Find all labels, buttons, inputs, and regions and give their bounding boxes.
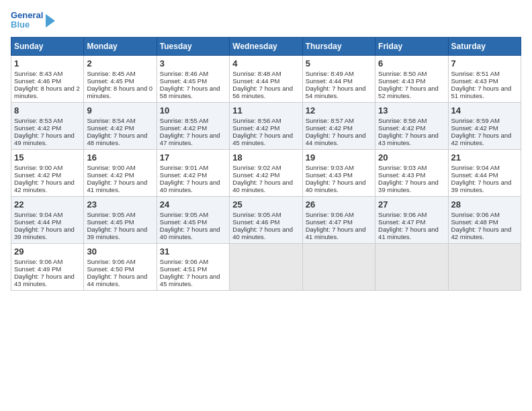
sunset-label: Sunset: 4:42 PM bbox=[14, 171, 61, 179]
sunset-label: Sunset: 4:42 PM bbox=[160, 171, 207, 179]
daylight-label: Daylight: 7 hours and 52 minutes. bbox=[378, 85, 439, 99]
calendar-table: SundayMondayTuesdayWednesdayThursdayFrid… bbox=[11, 37, 521, 291]
dow-header: Tuesday bbox=[157, 37, 229, 55]
sunrise-label: Sunrise: 8:46 AM bbox=[160, 70, 208, 77]
calendar-cell: 18Sunrise: 9:02 AMSunset: 4:42 PMDayligh… bbox=[230, 149, 302, 196]
sunrise-label: Sunrise: 9:01 AM bbox=[160, 164, 208, 171]
daylight-label: Daylight: 8 hours and 0 minutes. bbox=[87, 85, 152, 99]
daylight-label: Daylight: 7 hours and 48 minutes. bbox=[87, 132, 147, 146]
day-number: 2 bbox=[87, 58, 153, 68]
calendar-cell: 26Sunrise: 9:06 AMSunset: 4:47 PMDayligh… bbox=[302, 196, 375, 243]
calendar-cell: 16Sunrise: 9:00 AMSunset: 4:42 PMDayligh… bbox=[84, 149, 157, 196]
daylight-label: Daylight: 7 hours and 58 minutes. bbox=[160, 85, 220, 99]
day-number: 9 bbox=[87, 105, 153, 116]
daylight-label: Daylight: 7 hours and 49 minutes. bbox=[14, 132, 75, 146]
logo-general: General bbox=[11, 11, 43, 20]
calendar-cell: 7Sunrise: 8:51 AMSunset: 4:43 PMDaylight… bbox=[448, 55, 521, 102]
daylight-label: Daylight: 8 hours and 2 minutes. bbox=[14, 85, 80, 99]
calendar-cell: 6Sunrise: 8:50 AMSunset: 4:43 PMDaylight… bbox=[375, 55, 448, 102]
day-number: 1 bbox=[14, 58, 81, 68]
sunset-label: Sunset: 4:46 PM bbox=[14, 77, 61, 85]
calendar-cell: 20Sunrise: 9:03 AMSunset: 4:43 PMDayligh… bbox=[375, 149, 448, 196]
sunrise-label: Sunrise: 9:06 AM bbox=[306, 211, 354, 218]
day-number: 30 bbox=[87, 246, 153, 257]
sunrise-label: Sunrise: 8:45 AM bbox=[87, 70, 135, 77]
sunrise-label: Sunrise: 8:56 AM bbox=[232, 117, 281, 124]
daylight-label: Daylight: 7 hours and 40 minutes. bbox=[306, 179, 366, 193]
daylight-label: Daylight: 7 hours and 44 minutes. bbox=[306, 132, 366, 146]
calendar-cell: 9Sunrise: 8:54 AMSunset: 4:42 PMDaylight… bbox=[84, 102, 157, 149]
sunset-label: Sunset: 4:44 PM bbox=[14, 218, 61, 226]
day-number: 18 bbox=[232, 152, 299, 163]
dow-header: Saturday bbox=[448, 37, 521, 55]
sunset-label: Sunset: 4:42 PM bbox=[87, 171, 134, 179]
sunrise-label: Sunrise: 8:57 AM bbox=[306, 117, 354, 124]
sunrise-label: Sunrise: 9:06 AM bbox=[378, 211, 427, 218]
calendar-cell: 22Sunrise: 9:04 AMSunset: 4:44 PMDayligh… bbox=[11, 196, 84, 243]
sunrise-label: Sunrise: 9:06 AM bbox=[14, 258, 62, 265]
sunset-label: Sunset: 4:42 PM bbox=[232, 171, 279, 179]
daylight-label: Daylight: 7 hours and 42 minutes. bbox=[451, 226, 512, 240]
sunset-label: Sunset: 4:42 PM bbox=[232, 124, 279, 132]
calendar-cell: 5Sunrise: 8:49 AMSunset: 4:44 PMDaylight… bbox=[302, 55, 375, 102]
daylight-label: Daylight: 7 hours and 40 minutes. bbox=[160, 226, 220, 240]
daylight-label: Daylight: 7 hours and 54 minutes. bbox=[306, 85, 366, 99]
sunset-label: Sunset: 4:50 PM bbox=[87, 265, 134, 273]
sunset-label: Sunset: 4:44 PM bbox=[232, 77, 279, 85]
daylight-label: Daylight: 7 hours and 47 minutes. bbox=[160, 132, 220, 146]
day-number: 24 bbox=[160, 199, 226, 210]
day-number: 21 bbox=[451, 152, 518, 163]
day-number: 12 bbox=[306, 105, 372, 116]
sunset-label: Sunset: 4:42 PM bbox=[451, 124, 498, 132]
calendar-cell: 10Sunrise: 8:55 AMSunset: 4:42 PMDayligh… bbox=[157, 102, 229, 149]
day-number: 11 bbox=[232, 105, 299, 116]
day-number: 5 bbox=[306, 58, 372, 68]
daylight-label: Daylight: 7 hours and 56 minutes. bbox=[232, 85, 293, 99]
daylight-label: Daylight: 7 hours and 39 minutes. bbox=[14, 226, 75, 240]
day-number: 25 bbox=[232, 199, 299, 210]
sunset-label: Sunset: 4:47 PM bbox=[306, 218, 353, 226]
page-header: General Blue bbox=[11, 11, 521, 30]
day-number: 27 bbox=[378, 199, 445, 210]
sunrise-label: Sunrise: 8:48 AM bbox=[232, 70, 281, 77]
day-number: 3 bbox=[160, 58, 226, 68]
sunrise-label: Sunrise: 9:06 AM bbox=[451, 211, 500, 218]
day-number: 4 bbox=[232, 58, 299, 68]
sunset-label: Sunset: 4:42 PM bbox=[160, 124, 207, 132]
day-number: 17 bbox=[160, 152, 226, 163]
sunrise-label: Sunrise: 9:00 AM bbox=[87, 164, 135, 171]
calendar-cell: 2Sunrise: 8:45 AMSunset: 4:45 PMDaylight… bbox=[84, 55, 157, 102]
sunset-label: Sunset: 4:45 PM bbox=[160, 77, 207, 85]
daylight-label: Daylight: 7 hours and 42 minutes. bbox=[451, 132, 512, 146]
day-number: 23 bbox=[87, 199, 153, 210]
sunrise-label: Sunrise: 9:06 AM bbox=[160, 258, 208, 265]
day-number: 13 bbox=[378, 105, 445, 116]
calendar-cell: 13Sunrise: 8:58 AMSunset: 4:42 PMDayligh… bbox=[375, 102, 448, 149]
sunset-label: Sunset: 4:46 PM bbox=[232, 218, 279, 226]
sunset-label: Sunset: 4:42 PM bbox=[87, 124, 134, 132]
daylight-label: Daylight: 7 hours and 41 minutes. bbox=[306, 226, 366, 240]
calendar-cell: 11Sunrise: 8:56 AMSunset: 4:42 PMDayligh… bbox=[230, 102, 302, 149]
sunset-label: Sunset: 4:44 PM bbox=[451, 171, 498, 179]
daylight-label: Daylight: 7 hours and 39 minutes. bbox=[87, 226, 147, 240]
sunrise-label: Sunrise: 9:04 AM bbox=[14, 211, 62, 218]
sunset-label: Sunset: 4:51 PM bbox=[160, 265, 207, 273]
calendar-cell: 12Sunrise: 8:57 AMSunset: 4:42 PMDayligh… bbox=[302, 102, 375, 149]
calendar-cell: 4Sunrise: 8:48 AMSunset: 4:44 PMDaylight… bbox=[230, 55, 302, 102]
calendar-cell: 1Sunrise: 8:43 AMSunset: 4:46 PMDaylight… bbox=[11, 55, 84, 102]
calendar-cell: 23Sunrise: 9:05 AMSunset: 4:45 PMDayligh… bbox=[84, 196, 157, 243]
dow-header: Wednesday bbox=[230, 37, 302, 55]
calendar-cell bbox=[448, 243, 521, 290]
calendar-cell: 24Sunrise: 9:05 AMSunset: 4:45 PMDayligh… bbox=[157, 196, 229, 243]
daylight-label: Daylight: 7 hours and 39 minutes. bbox=[378, 179, 439, 193]
day-number: 22 bbox=[14, 199, 81, 210]
logo-text: General Blue bbox=[11, 11, 43, 30]
sunset-label: Sunset: 4:48 PM bbox=[451, 218, 498, 226]
day-number: 15 bbox=[14, 152, 81, 163]
daylight-label: Daylight: 7 hours and 40 minutes. bbox=[160, 179, 220, 193]
day-number: 20 bbox=[378, 152, 445, 163]
calendar-cell: 29Sunrise: 9:06 AMSunset: 4:49 PMDayligh… bbox=[11, 243, 84, 290]
sunset-label: Sunset: 4:42 PM bbox=[14, 124, 61, 132]
calendar-cell: 19Sunrise: 9:03 AMSunset: 4:43 PMDayligh… bbox=[302, 149, 375, 196]
daylight-label: Daylight: 7 hours and 45 minutes. bbox=[160, 273, 220, 287]
